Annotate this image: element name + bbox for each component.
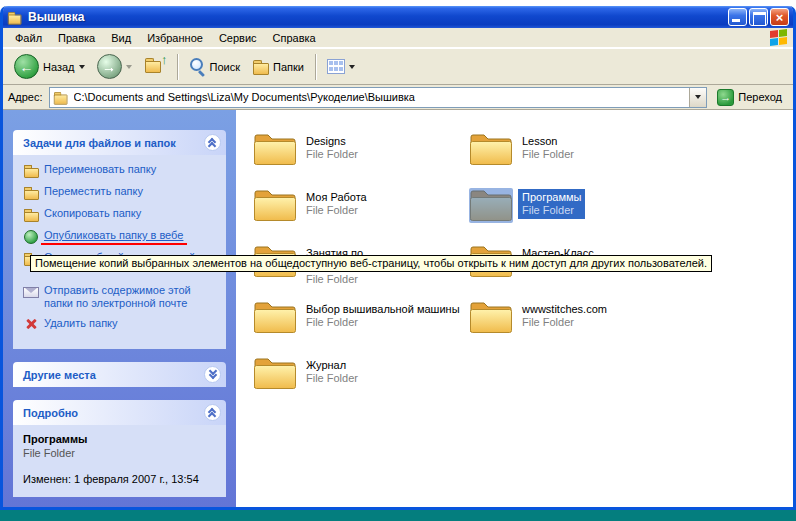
collapse-chevron-icon[interactable] — [204, 134, 221, 151]
maximize-button[interactable] — [749, 8, 768, 26]
folder-icon — [253, 356, 297, 391]
task-label: Удалить папку — [44, 317, 118, 330]
tasks-section-body: Переименовать папку Переместить папку Ск… — [13, 155, 226, 349]
screen: Вышивка × ФайлПравкаВидИзбранноеСервисСп… — [0, 0, 796, 521]
file-name: Журнал — [306, 359, 358, 372]
window-title: Вышивка — [28, 10, 724, 24]
windows-logo-icon — [770, 29, 787, 46]
address-dropdown-button[interactable] — [689, 88, 706, 107]
folder-icon — [253, 300, 297, 335]
other-places-header[interactable]: Другие места — [13, 362, 226, 387]
task-item[interactable]: Переместить папку — [23, 185, 220, 200]
copy-folder-icon — [23, 207, 39, 222]
up-button[interactable]: ↑ — [139, 54, 171, 79]
folder-icon — [253, 188, 297, 223]
minimize-button[interactable] — [728, 8, 747, 26]
folders-icon — [252, 59, 269, 74]
menu-item[interactable]: Избранное — [139, 30, 211, 46]
file-list-area[interactable]: Designs File Folder Lesson File Folder М… — [236, 110, 793, 507]
toolbar-separator — [177, 54, 178, 80]
address-value: C:\Documents and Settings\Liza\My Docume… — [74, 91, 686, 103]
other-places-title: Другие места — [23, 369, 204, 381]
file-item[interactable]: Мастер-Класс File Folder — [469, 244, 681, 300]
folders-button[interactable]: Папки — [247, 56, 309, 77]
file-item[interactable]: Моя Работа File Folder — [253, 188, 465, 244]
back-icon: ← — [14, 54, 39, 79]
file-item[interactable]: Designs File Folder — [253, 132, 465, 188]
file-name: Моя Работа — [306, 191, 367, 204]
desktop — [0, 510, 796, 521]
task-item[interactable]: Отправить содержимое этой папки по элект… — [23, 284, 220, 310]
tasks-section-title: Задачи для файлов и папок — [23, 137, 204, 149]
delete-icon — [23, 317, 39, 332]
email-icon — [23, 284, 39, 299]
forward-button[interactable]: → — [92, 51, 137, 82]
file-label: Designs File Folder — [302, 133, 362, 163]
details-section: Подробно Программы File Folder Изменен: … — [13, 400, 226, 497]
file-label: Программы File Folder — [518, 189, 585, 219]
menu-item[interactable]: Справка — [265, 30, 324, 46]
file-item[interactable]: wwwstitches.com File Folder — [469, 300, 681, 356]
task-list: Переименовать папку Переместить папку Ск… — [23, 163, 220, 332]
task-item[interactable]: Переименовать папку — [23, 163, 220, 178]
search-label: Поиск — [210, 61, 240, 73]
collapse-chevron-icon[interactable] — [204, 404, 221, 421]
task-item[interactable]: Скопировать папку — [23, 207, 220, 222]
back-dropdown-icon — [79, 65, 85, 69]
window-folder-icon — [7, 11, 21, 24]
folder-icon — [469, 188, 513, 223]
file-label: wwwstitches.com File Folder — [518, 301, 611, 331]
go-icon: → — [717, 89, 734, 106]
task-item[interactable]: Удалить папку — [23, 317, 220, 332]
task-pane: Задачи для файлов и папок Переименовать … — [3, 110, 236, 507]
menu-item[interactable]: Сервис — [211, 30, 265, 46]
menu-item[interactable]: Вид — [103, 30, 139, 46]
file-item[interactable]: Выбор вышивальной машины File Folder — [253, 300, 465, 356]
file-item[interactable]: Lesson File Folder — [469, 132, 681, 188]
details-header[interactable]: Подробно — [13, 400, 226, 425]
file-name: Выбор вышивальной машины — [306, 303, 460, 316]
dropdown-caret-icon — [695, 95, 701, 99]
folder-icon — [469, 132, 513, 167]
views-dropdown-icon — [349, 65, 355, 69]
file-name: Программы — [522, 191, 581, 204]
file-type: File Folder — [522, 316, 607, 329]
task-label: Отправить содержимое этой папки по элект… — [44, 284, 220, 310]
details-title: Подробно — [23, 407, 204, 419]
other-places-section: Другие места — [13, 362, 226, 387]
titlebar[interactable]: Вышивка × — [3, 6, 793, 28]
details-file-name: Программы — [23, 433, 218, 445]
address-label: Адрес: — [8, 91, 43, 103]
address-folder-icon — [53, 91, 67, 104]
tasks-section-header[interactable]: Задачи для файлов и папок — [13, 130, 226, 155]
folders-label: Папки — [273, 61, 304, 73]
menu-item[interactable]: Файл — [7, 30, 50, 46]
views-icon — [327, 59, 345, 74]
file-type: File Folder — [306, 316, 460, 329]
go-button[interactable]: → Переход — [713, 87, 786, 108]
address-input[interactable]: C:\Documents and Settings\Liza\My Docume… — [49, 87, 708, 108]
file-item[interactable]: Журнал File Folder — [253, 356, 465, 412]
file-name: wwwstitches.com — [522, 303, 607, 316]
task-label: Переместить папку — [44, 185, 143, 198]
back-button[interactable]: ← Назад — [9, 51, 90, 82]
file-type: File Folder — [306, 148, 358, 161]
tasks-section: Задачи для файлов и папок Переименовать … — [13, 130, 226, 349]
forward-icon: → — [97, 54, 122, 79]
forward-dropdown-icon — [126, 65, 132, 69]
file-name: Lesson — [522, 135, 574, 148]
search-button[interactable]: Поиск — [184, 55, 245, 78]
menu-items: ФайлПравкаВидИзбранноеСервисСправка — [7, 30, 324, 46]
file-item[interactable]: Программы File Folder — [469, 188, 681, 244]
task-item[interactable]: Опубликовать папку в вебе — [23, 229, 220, 244]
file-name: Designs — [306, 135, 358, 148]
views-button[interactable] — [322, 56, 360, 77]
back-label: Назад — [43, 61, 75, 73]
close-button[interactable]: × — [770, 8, 789, 26]
file-item[interactable]: Занятия по программированию File Folder — [253, 244, 465, 300]
window-controls: × — [728, 8, 789, 26]
expand-chevron-icon[interactable] — [204, 366, 221, 383]
menu-item[interactable]: Правка — [50, 30, 103, 46]
file-label: Журнал File Folder — [302, 357, 362, 387]
task-label: Скопировать папку — [44, 207, 141, 220]
